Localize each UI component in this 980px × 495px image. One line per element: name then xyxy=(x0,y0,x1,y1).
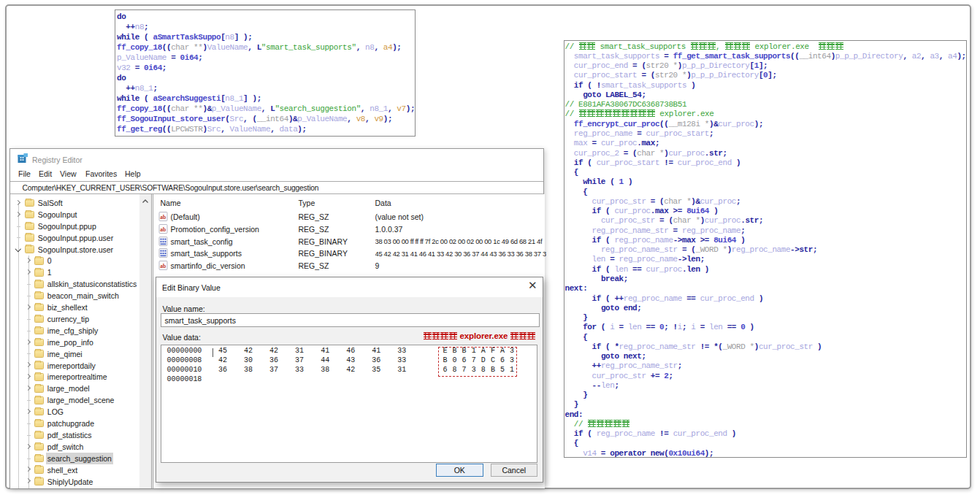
svg-text:ab: ab xyxy=(160,226,166,233)
svg-text:ab: ab xyxy=(160,214,166,220)
svg-text:ab: ab xyxy=(160,263,166,269)
